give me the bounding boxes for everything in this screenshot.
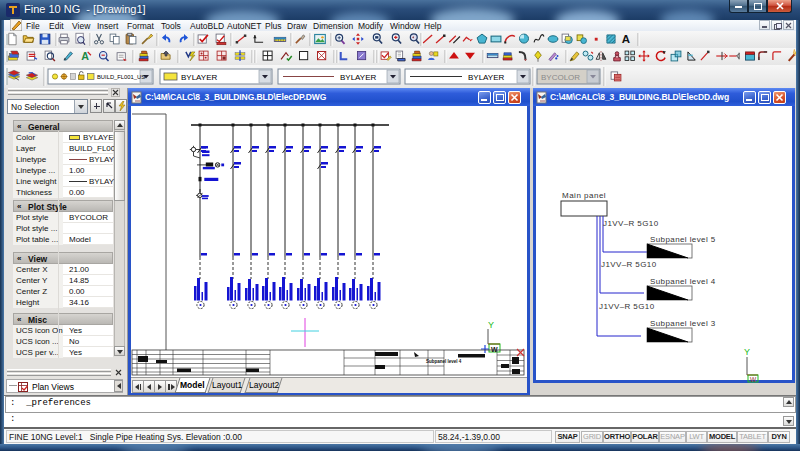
svg-text:Subpanel level 5: Subpanel level 5 bbox=[650, 235, 716, 244]
svg-text:Y: Y bbox=[488, 320, 494, 330]
svg-text:J1VV–R 5G10: J1VV–R 5G10 bbox=[601, 260, 657, 269]
svg-text:J1VV–R 5G10: J1VV–R 5G10 bbox=[599, 302, 655, 311]
svg-text:BYLAYER: BYLAYER bbox=[468, 73, 505, 82]
svg-text:J1VV–R 5G10: J1VV–R 5G10 bbox=[603, 219, 659, 228]
svg-text:W: W bbox=[750, 376, 757, 383]
svg-text:BYCOLOR: BYCOLOR bbox=[541, 73, 580, 82]
svg-text:Main panel: Main panel bbox=[562, 191, 606, 200]
svg-text:BYLAYER: BYLAYER bbox=[181, 73, 218, 82]
svg-text:Subpanel level 4: Subpanel level 4 bbox=[426, 359, 462, 364]
svg-text:Subpanel level 3: Subpanel level 3 bbox=[650, 319, 716, 328]
svg-text:Y: Y bbox=[744, 347, 750, 357]
svg-text:BYLAYER: BYLAYER bbox=[340, 73, 377, 82]
svg-text:BUILD_FL001_US: BUILD_FL001_US bbox=[97, 74, 145, 80]
svg-text:Subpanel level 4: Subpanel level 4 bbox=[650, 277, 716, 286]
svg-text:A: A bbox=[622, 33, 630, 45]
